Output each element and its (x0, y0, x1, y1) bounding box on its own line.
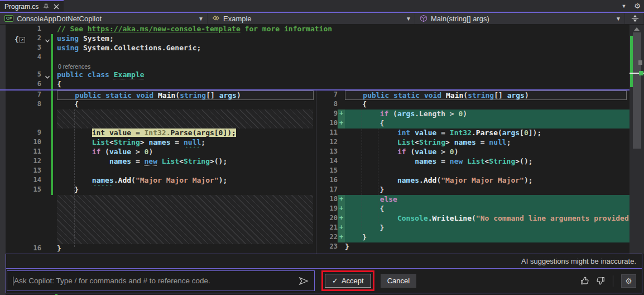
code-line[interactable]: Console.WriteLine("No command line argum… (345, 214, 629, 223)
navigation-bar: C# ConsoleAppDotNetCopilot ▼ Example ▼ M… (0, 13, 644, 25)
code-line[interactable]: names.Add("Major Major Major"); (345, 176, 629, 185)
diff-pane-original: 7 public static void Main(string[] args)… (0, 91, 316, 254)
code-structure-margin-icon[interactable]: {↗ (15, 35, 25, 44)
line-number: 13 (316, 148, 338, 157)
copilot-inline-chat: AI suggestions might be inaccurate. Ask … (6, 254, 642, 293)
class-name: Example (223, 15, 252, 23)
chevron-down-icon: ▼ (198, 16, 204, 22)
code-line[interactable]: using System.Collections.Generic; (57, 44, 629, 53)
vs-window: Program.cs ▼ ⚙ C# ConsoleAppDotNetCopilo… (0, 0, 644, 295)
gear-icon[interactable]: ⚙ (634, 2, 641, 10)
line-number: 5 (0, 70, 41, 80)
line-number: 18 (316, 195, 338, 204)
tab-program-cs[interactable]: Program.cs (0, 0, 64, 12)
codelens-references[interactable]: 0 references (58, 63, 90, 70)
code-line[interactable]: names = new List<String>(); (345, 157, 629, 166)
fold-margin (41, 25, 57, 34)
line-number: 23 (316, 242, 338, 252)
code-line[interactable]: { (345, 204, 629, 214)
diff-marker-empty (338, 148, 345, 157)
code-line[interactable] (57, 166, 316, 176)
fold-margin (41, 148, 57, 157)
accept-button[interactable]: ✓ Accept (325, 274, 371, 288)
class-dropdown[interactable]: Example ▼ (208, 13, 415, 24)
code-line[interactable]: } (57, 185, 316, 195)
code-line[interactable]: else (345, 195, 629, 204)
gear-icon: ⚙ (625, 277, 632, 286)
split-editor-button[interactable] (625, 13, 644, 24)
cancel-button[interactable]: Cancel (381, 274, 416, 288)
send-icon[interactable] (299, 277, 309, 286)
code-line[interactable]: List<String> names = null; (57, 138, 316, 148)
line-number: 7 (316, 91, 338, 100)
line-number: 10 (316, 119, 338, 129)
split-editor-icon (631, 15, 639, 22)
code-line[interactable]: List<String> names = null; (345, 138, 629, 148)
code-line[interactable]: if (value > 0) (57, 148, 316, 157)
scrollbar-marker (638, 60, 642, 65)
code-line[interactable]: // See https://aka.ms/new-console-templa… (57, 25, 629, 34)
fold-margin (41, 185, 57, 195)
copilot-action-row: Ask Copilot: Type / for commands and # t… (6, 269, 642, 293)
chevron-down-icon[interactable]: ▼ (621, 3, 626, 9)
line-number: 17 (316, 185, 338, 195)
code-line[interactable]: names.Add("Major Major Major"); (57, 176, 316, 185)
code-line[interactable]: { (345, 119, 629, 129)
diff-marker-empty (338, 242, 345, 252)
line-number: 9 (0, 129, 41, 138)
fold-margin (41, 34, 57, 44)
vertical-scrollbar[interactable] (629, 25, 644, 254)
copilot-diff-region: 7 public static void Main(string[] args)… (0, 89, 629, 254)
code-line[interactable]: { (57, 80, 629, 89)
thumbs-up-icon[interactable] (580, 276, 590, 286)
close-icon[interactable] (53, 3, 60, 10)
scrollbar-up-arrow-icon[interactable] (634, 27, 640, 31)
editor-top-region: {↗ 1// See https://aka.ms/new-console-te… (0, 25, 629, 89)
line-number: 11 (316, 129, 338, 138)
code-line[interactable]: public class Example (57, 70, 629, 80)
line-number: 1 (0, 25, 41, 34)
cancel-label: Cancel (387, 277, 410, 285)
code-line[interactable]: { (345, 100, 629, 110)
line-number: 15 (0, 185, 41, 195)
diff-added-marker: + (338, 119, 345, 129)
code-line[interactable]: } (345, 185, 629, 195)
line-number: 19 (316, 204, 338, 214)
diff-added-marker: + (338, 223, 345, 233)
code-line[interactable]: public static void Main(string[] args) (345, 91, 627, 100)
code-line[interactable]: } (345, 223, 629, 233)
project-dropdown[interactable]: C# ConsoleAppDotNetCopilot ▼ (0, 13, 208, 24)
copilot-settings-button[interactable]: ⚙ (621, 274, 636, 288)
code-line[interactable] (345, 166, 629, 176)
code-line[interactable]: if (value > 0) (345, 148, 629, 157)
line-number: 15 (316, 166, 338, 176)
thumbs-down-icon[interactable] (595, 276, 605, 286)
line-number: 3 (0, 44, 41, 53)
code-line[interactable]: } (345, 242, 629, 252)
scrollbar-thumb[interactable] (633, 32, 641, 149)
fold-margin (41, 166, 57, 176)
fold-margin (41, 157, 57, 166)
fold-margin (41, 100, 57, 110)
diff-marker-empty (338, 129, 345, 138)
fold-margin (41, 176, 57, 185)
code-line[interactable]: { (57, 100, 316, 110)
code-line[interactable] (57, 53, 629, 63)
code-line[interactable]: names = new List<String>(); (57, 157, 316, 166)
pin-icon[interactable] (42, 3, 49, 10)
code-line[interactable]: } (57, 244, 316, 254)
code-line[interactable]: using System; (57, 34, 629, 44)
code-line[interactable]: public static void Main(string[] args) (57, 91, 314, 100)
code-line[interactable]: if (args.Length > 0) (345, 110, 629, 119)
method-cube-icon (420, 15, 427, 22)
line-number: 4 (0, 53, 41, 63)
copilot-prompt-input[interactable]: Ask Copilot: Type / for commands and # t… (7, 270, 315, 291)
input-placeholder: Ask Copilot: Type / for commands and # t… (14, 277, 210, 285)
chevron-down-icon: ▼ (616, 16, 621, 22)
code-line[interactable]: } (345, 233, 629, 242)
csharp-project-icon: C# (4, 15, 13, 22)
method-dropdown[interactable]: Main(string[] args) ▼ (415, 13, 625, 24)
code-line[interactable]: int value = Int32.Parse(args[0]); (57, 129, 316, 138)
code-line[interactable]: int value = Int32.Parse(args[0]); (345, 129, 629, 138)
ai-disclaimer-text: AI suggestions might be inaccurate. (521, 257, 636, 265)
